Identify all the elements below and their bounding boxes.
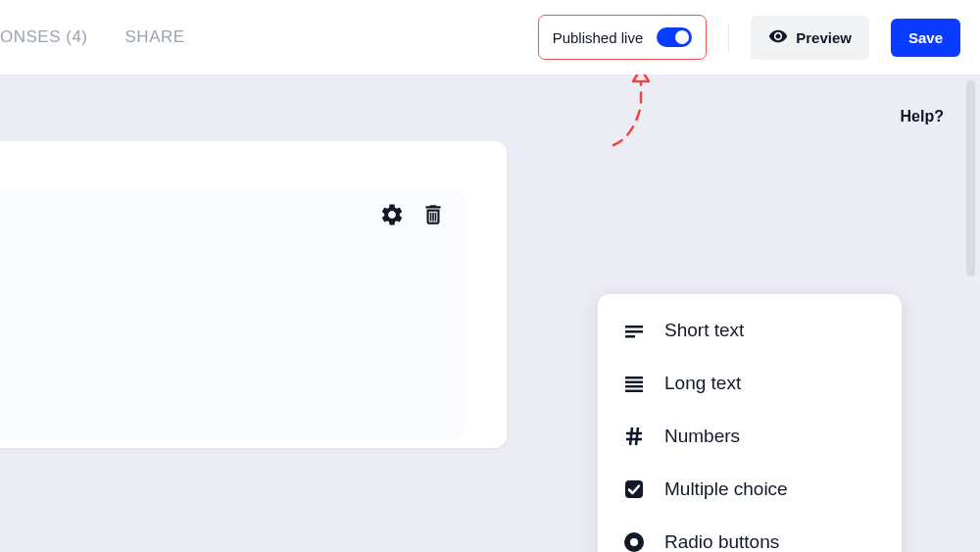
svg-rect-7 — [625, 381, 643, 384]
short-text-icon — [621, 318, 647, 343]
tab-responses[interactable]: ONSES (4) — [0, 27, 88, 47]
svg-rect-6 — [625, 376, 643, 379]
tab-group: ONSES (4) SHARE — [0, 27, 185, 47]
hash-icon — [621, 424, 647, 449]
preview-button[interactable]: Preview — [751, 16, 869, 60]
svg-line-13 — [636, 427, 638, 445]
checkbox-icon — [621, 477, 647, 502]
save-button[interactable]: Save — [891, 19, 960, 57]
tab-share[interactable]: SHARE — [125, 27, 185, 47]
topbar: ONSES (4) SHARE Published live Preview S… — [0, 0, 980, 75]
workspace: Help? Short text — [0, 75, 980, 552]
dd-label: Numbers — [664, 426, 740, 447]
scrollbar[interactable] — [966, 80, 975, 276]
long-text-icon — [621, 371, 647, 396]
trash-icon[interactable] — [420, 202, 446, 231]
dd-label: Long text — [664, 373, 741, 394]
question-type-dropdown: Short text Long text Numbers Multiple ch… — [598, 294, 902, 552]
publish-label: Published live — [553, 29, 644, 46]
svg-rect-4 — [625, 330, 643, 333]
help-link[interactable]: Help? — [901, 108, 944, 125]
svg-rect-9 — [625, 390, 643, 393]
dd-label: Multiple choice — [664, 478, 788, 500]
gear-icon[interactable] — [379, 202, 405, 231]
svg-rect-2 — [435, 213, 437, 222]
svg-line-12 — [630, 427, 632, 445]
topbar-right: Published live Preview Save — [538, 15, 960, 60]
eye-icon — [768, 26, 788, 49]
svg-rect-14 — [625, 480, 643, 498]
publish-toggle[interactable] — [657, 27, 692, 47]
dd-label: Short text — [664, 320, 744, 341]
svg-rect-5 — [625, 335, 635, 338]
publish-toggle-box: Published live — [538, 15, 708, 60]
annotation-arrow — [604, 67, 672, 155]
preview-label: Preview — [796, 29, 852, 46]
dd-item-long-text[interactable]: Long text — [598, 357, 902, 410]
form-card — [0, 141, 507, 448]
dd-item-numbers[interactable]: Numbers — [598, 410, 902, 463]
question-block[interactable] — [0, 188, 466, 438]
svg-rect-3 — [625, 326, 643, 328]
svg-rect-1 — [432, 213, 434, 222]
svg-rect-0 — [430, 213, 432, 222]
svg-point-16 — [630, 538, 638, 546]
divider — [728, 24, 729, 51]
save-label: Save — [908, 29, 943, 46]
block-actions — [379, 202, 446, 231]
dd-item-multiple-choice[interactable]: Multiple choice — [598, 463, 902, 516]
dd-item-short-text[interactable]: Short text — [598, 304, 902, 357]
dd-label: Radio buttons — [664, 531, 779, 552]
toggle-knob — [675, 30, 689, 44]
radio-icon — [621, 529, 647, 552]
dd-item-radio-buttons[interactable]: Radio buttons — [598, 516, 902, 552]
svg-rect-8 — [625, 385, 643, 388]
